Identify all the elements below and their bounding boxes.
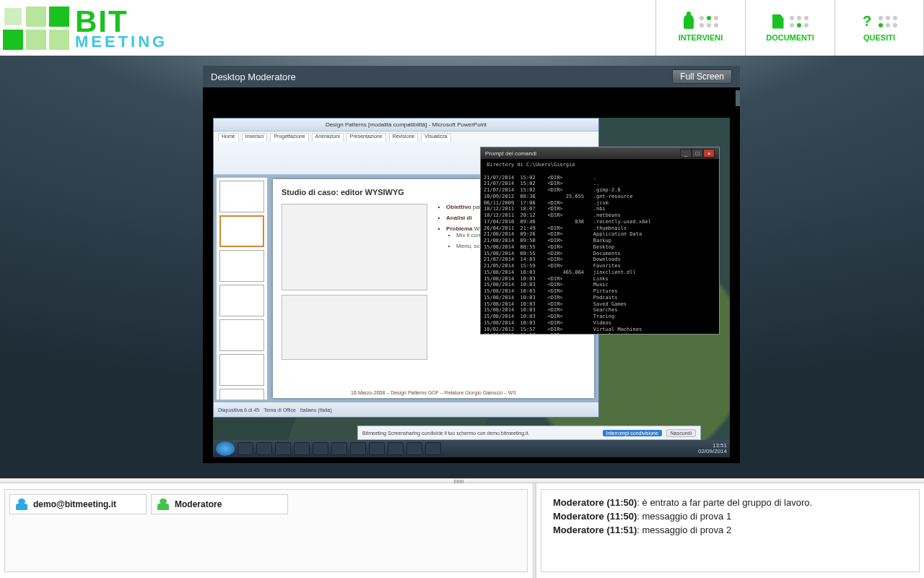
participant-name: demo@bitmeeting.it — [33, 499, 116, 509]
cmd-window: Prompt dei comandi _ □ × Directory di C:… — [480, 147, 720, 335]
dots-icon — [790, 16, 808, 27]
cmd-titlebar: Prompt dei comandi _ □ × — [481, 147, 719, 159]
ribbon-tab: Presentazione — [346, 133, 386, 142]
user-icon — [157, 499, 169, 510]
remote-desktop[interactable]: Design Patterns [modalità compatibilità]… — [213, 118, 730, 457]
taskbar-item — [350, 442, 366, 455]
thumb — [219, 319, 264, 351]
logo: BIT MEETING — [0, 7, 167, 50]
taskbar-clock: 13:51 02/09/2014 — [698, 443, 727, 454]
ribbon-tab: Visualizza — [421, 133, 450, 142]
participant-chip[interactable]: demo@bitmeeting.it — [9, 494, 147, 514]
chat-author: Moderatore (11:50) — [553, 497, 637, 508]
nav-documenti[interactable]: DOCUMENTI — [745, 0, 834, 56]
ribbon-tab: Animazioni — [312, 133, 344, 142]
chat-author: Moderatore (11:50) — [553, 511, 637, 522]
min-icon: _ — [680, 149, 692, 158]
ppt-thumbnails — [217, 178, 267, 400]
bullet-head: Problema — [446, 225, 472, 232]
ribbon-tab: Inserisci — [242, 133, 268, 142]
taskbar-item — [331, 442, 347, 455]
chat-panel: Moderatore (11:50): è entrato a far part… — [541, 489, 920, 572]
chat-line: Moderatore (11:50): messaggio di prova 1 — [553, 511, 907, 522]
nav-quesiti[interactable]: ? QUESITI — [834, 0, 924, 56]
hide-sharing-button: Nascondi — [666, 429, 696, 437]
chat-text: : messaggio di prova 1 — [637, 511, 731, 522]
max-icon: □ — [692, 149, 703, 158]
vertical-splitter[interactable] — [528, 483, 541, 578]
dots-icon — [699, 16, 718, 27]
ribbon-tab: Home — [218, 133, 239, 142]
taskbar-item — [313, 442, 328, 455]
bullet-head: Obiettivo — [446, 204, 471, 210]
status-text: Italiano (Italia) — [300, 407, 332, 413]
chat-text: : è entrato a far parte del gruppo di la… — [637, 497, 812, 508]
share-text: Bitmeeting Screensharing condivide il tu… — [362, 431, 530, 436]
thumb — [219, 354, 264, 386]
start-button-icon — [216, 441, 235, 456]
nav-documenti-label: DOCUMENTI — [766, 33, 814, 42]
thumb — [219, 389, 264, 400]
participant-chip[interactable]: Moderatore — [151, 494, 288, 514]
thumb — [219, 181, 264, 212]
bullet-head: Analisi di — [446, 215, 472, 221]
stage: Desktop Moderatore Full Screen Design Pa… — [0, 56, 924, 478]
ribbon-tab: Progettazione — [270, 133, 308, 142]
stop-sharing-button: Interrompi condivisione — [603, 430, 662, 436]
cmd-title-text: Prompt dei comandi — [485, 150, 536, 157]
thumb — [219, 285, 264, 316]
taskbar-item — [256, 442, 272, 455]
taskbar-item — [275, 442, 291, 455]
thumb-selected — [219, 215, 264, 247]
taskbar-item — [406, 442, 422, 455]
nav-intervieni[interactable]: INTERVIENI — [655, 0, 745, 56]
horizontal-splitter[interactable] — [0, 478, 924, 483]
taskbar: 13:51 02/09/2014 — [213, 440, 730, 457]
bottom-area: demo@bitmeeting.itModeratore Moderatore … — [0, 483, 924, 578]
side-handle[interactable] — [736, 90, 740, 106]
dots-icon — [879, 16, 897, 27]
cmd-output: Directory di C:\Users\Giorgio 21/07/2014… — [481, 159, 719, 334]
taskbar-item — [369, 442, 385, 455]
ppt-statusbar: Diapositiva 6 di 45 Tema di Office Itali… — [214, 402, 598, 417]
ppt-titlebar: Design Patterns [modalità compatibilità]… — [214, 118, 598, 131]
clock-date: 02/09/2014 — [698, 449, 727, 454]
slide-footer: 10-Marzo-2008 – Design Patterns GOF – Re… — [273, 390, 594, 395]
status-text: Diapositiva 6 di 45 — [218, 407, 259, 413]
close-icon: × — [703, 149, 715, 158]
ppt-ribbon-tabs: Home Inserisci Progettazione Animazioni … — [214, 131, 598, 143]
user-icon — [16, 499, 27, 510]
presenter-panel: Desktop Moderatore Full Screen Design Pa… — [203, 66, 740, 463]
panel-title: Desktop Moderatore — [211, 72, 296, 82]
chat-line: Moderatore (11:51): messaggio di prova 2 — [553, 525, 907, 535]
status-text: Tema di Office — [263, 407, 296, 413]
slide-image — [282, 204, 427, 290]
panel-header: Desktop Moderatore Full Screen — [203, 66, 740, 87]
thumb — [219, 250, 264, 282]
top-nav: INTERVIENI DOCUMENTI ? QUESITI — [655, 0, 924, 56]
document-icon — [772, 14, 784, 29]
share-bar: Bitmeeting Screensharing condivide il tu… — [357, 426, 701, 440]
ribbon-tab: Revisione — [389, 133, 419, 142]
logo-mark — [3, 7, 69, 50]
taskbar-item — [388, 442, 404, 455]
participant-name: Moderatore — [175, 499, 222, 509]
nav-quesiti-label: QUESITI — [863, 33, 895, 42]
logo-text: BIT MEETING — [75, 7, 167, 50]
window-buttons: _ □ × — [680, 149, 715, 158]
nav-intervieni-label: INTERVIENI — [679, 33, 723, 42]
chat-text: : messaggio di prova 2 — [637, 525, 731, 535]
chat-line: Moderatore (11:50): è entrato a far part… — [553, 497, 907, 508]
fullscreen-button[interactable]: Full Screen — [672, 69, 732, 84]
brand-line2: MEETING — [75, 34, 167, 50]
taskbar-item — [425, 442, 441, 455]
participants-panel: demo@bitmeeting.itModeratore — [4, 489, 528, 572]
hand-icon — [684, 14, 694, 29]
question-icon: ? — [861, 14, 873, 29]
taskbar-item — [294, 442, 310, 455]
header: BIT MEETING INTERVIENI DOCUMENTI ? QUESI… — [0, 0, 924, 56]
panel-body: Design Patterns [modalità compatibilità]… — [203, 87, 740, 463]
slide-image — [282, 295, 427, 360]
taskbar-item — [237, 442, 253, 455]
chat-author: Moderatore (11:51) — [553, 525, 637, 535]
